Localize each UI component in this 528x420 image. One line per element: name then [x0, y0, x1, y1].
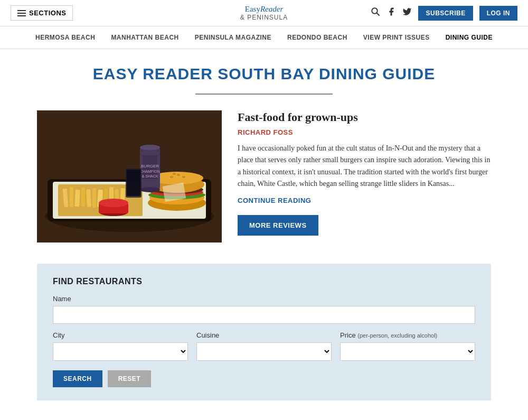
nav-view-print-issues[interactable]: VIEW PRINT ISSUES: [363, 34, 430, 41]
search-button[interactable]: SEARCH: [53, 370, 102, 387]
facebook-button[interactable]: [386, 7, 396, 19]
svg-text:CHAMPION: CHAMPION: [140, 170, 160, 173]
svg-rect-10: [81, 188, 85, 207]
login-button[interactable]: LOG IN: [479, 6, 517, 21]
header-left: SECTIONS: [11, 5, 73, 21]
facebook-icon: [386, 7, 396, 16]
svg-point-28: [170, 176, 173, 178]
continue-reading-link[interactable]: CONTINUE READING: [238, 197, 491, 204]
svg-rect-9: [74, 190, 80, 207]
svg-point-30: [182, 176, 185, 178]
filter-row: City Cuisine Price (per-person, excludin…: [53, 331, 475, 361]
logo-peninsula: & PENINSULA: [240, 14, 288, 21]
svg-rect-8: [70, 187, 73, 207]
article-content: Fast-food for grown-ups RICHARD FOSS I h…: [238, 110, 491, 242]
page-title: EASY READER SOUTH BAY DINING GUIDE: [37, 65, 491, 83]
twitter-button[interactable]: [402, 7, 412, 19]
article-section: BURGER CHAMPION & SHACK Fast-food for gr…: [37, 110, 491, 242]
twitter-icon: [402, 7, 412, 16]
main-content: EASY READER SOUTH BAY DINING GUIDE: [26, 49, 502, 420]
svg-point-0: [372, 8, 378, 14]
reset-button[interactable]: RESET: [108, 370, 152, 387]
nav-peninsula-magazine[interactable]: PENINSULA MAGAZINE: [195, 34, 271, 41]
cuisine-label: Cuisine: [196, 331, 332, 339]
price-select[interactable]: [340, 342, 475, 361]
article-title: Fast-food for grown-ups: [238, 110, 491, 124]
find-restaurants-section: FIND RESTAURANTS Name City Cuisine Price: [37, 264, 491, 400]
price-label: Price (per-person, excluding alcohol): [340, 331, 475, 339]
sections-label: SECTIONS: [29, 9, 66, 17]
svg-point-33: [140, 145, 160, 150]
article-image: BURGER CHAMPION & SHACK: [37, 110, 222, 242]
svg-text:& SHACK: & SHACK: [142, 174, 158, 178]
name-input[interactable]: [53, 306, 475, 324]
title-divider: [195, 94, 333, 95]
svg-point-31: [173, 173, 176, 175]
search-icon: [371, 7, 380, 16]
svg-line-1: [377, 13, 380, 15]
nav-dining-guide[interactable]: DINING GUIDE: [446, 34, 493, 41]
logo-text: EasyReader: [240, 5, 288, 14]
city-col: City: [53, 331, 188, 361]
price-sublabel: (per-person, excluding alcohol): [357, 332, 437, 339]
svg-point-29: [177, 174, 180, 176]
article-excerpt: I have occasionally poked fun at the cul…: [238, 143, 491, 190]
svg-point-34: [140, 187, 160, 192]
subscribe-button[interactable]: SUBSCRIBE: [418, 6, 473, 21]
svg-point-20: [99, 199, 128, 207]
city-label: City: [53, 331, 188, 339]
cuisine-select[interactable]: [196, 342, 332, 361]
name-field-row: Name: [53, 295, 475, 324]
more-reviews-button[interactable]: MORE REVIEWS: [238, 215, 318, 236]
nav-manhattan-beach[interactable]: MANHATTAN BEACH: [111, 34, 178, 41]
svg-text:BURGER: BURGER: [141, 164, 159, 169]
svg-rect-40: [127, 170, 140, 196]
site-header: SECTIONS EasyReader & PENINSULA SUBSCRIB…: [0, 0, 528, 26]
cuisine-col: Cuisine: [196, 331, 332, 361]
hamburger-icon: [17, 10, 26, 16]
nav-hermosa-beach[interactable]: HERMOSA BEACH: [35, 34, 95, 41]
site-logo[interactable]: EasyReader & PENINSULA: [240, 5, 288, 21]
price-col: Price (per-person, excluding alcohol): [340, 331, 475, 361]
svg-rect-12: [92, 188, 96, 208]
logo-reader: Reader: [260, 5, 283, 13]
nav-redondo-beach[interactable]: REDONDO BEACH: [287, 34, 347, 41]
name-label: Name: [53, 295, 475, 303]
city-select[interactable]: [53, 342, 188, 361]
find-title: FIND RESTAURANTS: [53, 277, 475, 286]
food-image-svg: BURGER CHAMPION & SHACK: [37, 110, 222, 242]
main-nav: HERMOSA BEACH MANHATTAN BEACH PENINSULA …: [0, 26, 528, 49]
logo-easy: Easy: [245, 5, 260, 13]
search-button[interactable]: [371, 7, 380, 19]
header-right: SUBSCRIBE LOG IN: [371, 6, 517, 21]
form-buttons: SEARCH RESET: [53, 370, 475, 387]
sections-button[interactable]: SECTIONS: [11, 5, 73, 21]
article-author: RICHARD FOSS: [238, 128, 491, 136]
